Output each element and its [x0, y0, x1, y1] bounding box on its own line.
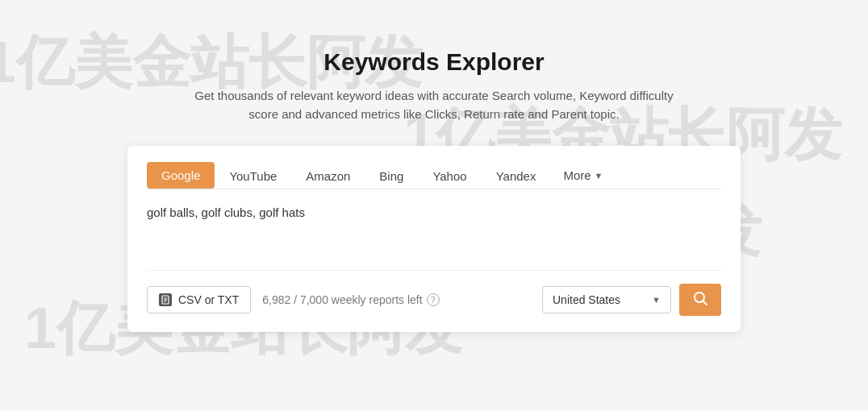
- reports-text: 6,982 / 7,000 weekly reports left ?: [262, 293, 439, 306]
- help-icon[interactable]: ?: [427, 293, 440, 306]
- chevron-down-icon: ▼: [595, 171, 603, 181]
- csv-btn-label: CSV or TXT: [178, 293, 239, 306]
- tab-bing[interactable]: Bing: [365, 163, 418, 189]
- page-title: Keywords Explorer: [323, 48, 544, 76]
- main-container: Keywords Explorer Get thousands of relev…: [0, 0, 868, 332]
- svg-line-5: [703, 301, 707, 305]
- tab-amazon[interactable]: Amazon: [291, 163, 365, 189]
- divider: [147, 270, 721, 271]
- tabs-row: Google YouTube Amazon Bing Yahoo Yandex …: [147, 162, 721, 189]
- footer-left: CSV or TXT 6,982 / 7,000 weekly reports …: [147, 286, 440, 313]
- footer-right: United States ▼: [542, 284, 721, 316]
- tab-youtube[interactable]: YouTube: [215, 163, 291, 189]
- country-select[interactable]: United States ▼: [542, 286, 671, 313]
- tab-more[interactable]: More ▼: [550, 162, 616, 189]
- reports-count: 6,982 / 7,000 weekly reports left: [262, 293, 422, 306]
- tab-yandex[interactable]: Yandex: [482, 163, 551, 189]
- search-button[interactable]: [679, 284, 721, 316]
- more-label: More: [563, 168, 590, 182]
- search-input[interactable]: golf balls, golf clubs, golf hats: [147, 202, 721, 267]
- page-subtitle: Get thousands of relevant keyword ideas …: [192, 87, 676, 123]
- search-icon: [692, 290, 708, 310]
- country-label: United States: [553, 293, 620, 306]
- csv-button[interactable]: CSV or TXT: [147, 286, 251, 313]
- card-footer: CSV or TXT 6,982 / 7,000 weekly reports …: [147, 284, 721, 316]
- csv-icon: [159, 293, 172, 306]
- country-chevron-icon: ▼: [652, 295, 661, 305]
- tab-google[interactable]: Google: [147, 162, 215, 189]
- tab-yahoo[interactable]: Yahoo: [418, 163, 481, 189]
- search-card: Google YouTube Amazon Bing Yahoo Yandex …: [127, 146, 741, 332]
